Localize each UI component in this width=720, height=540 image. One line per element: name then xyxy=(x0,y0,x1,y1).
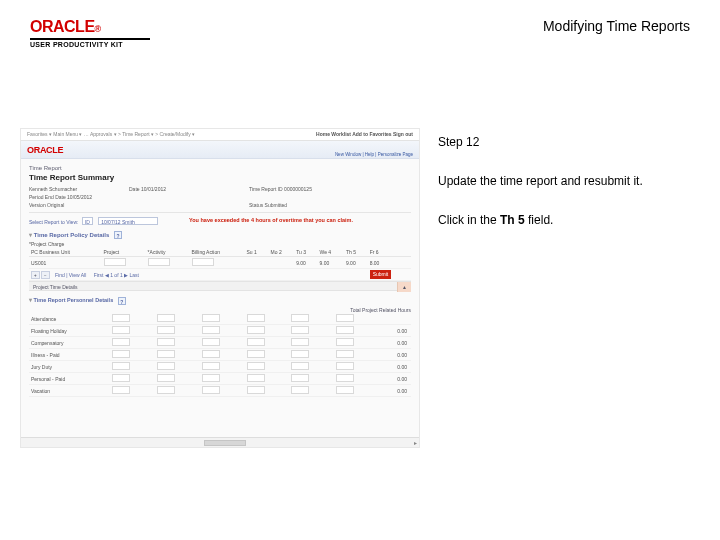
project-select[interactable] xyxy=(104,258,126,266)
project-charge-label: *Project Charge xyxy=(29,241,411,247)
cell-su1[interactable] xyxy=(244,257,268,269)
submit-button[interactable]: Submit xyxy=(370,270,392,279)
step-action: Click in the Th 5 field. xyxy=(438,212,690,229)
top-links: Home Worklist Add to Favorites Sign out xyxy=(316,131,413,137)
section-help-icon[interactable]: ? xyxy=(114,231,122,239)
activity-select[interactable] xyxy=(148,258,170,266)
personnel-cell[interactable] xyxy=(247,386,265,394)
step-action-prefix: Click in the xyxy=(438,213,500,227)
personnel-cell[interactable] xyxy=(157,326,175,334)
first-last-pager[interactable]: First ◀ 1 of 1 ▶ Last xyxy=(94,272,139,278)
cell-we4[interactable]: 9.00 xyxy=(318,257,344,269)
personnel-cell[interactable] xyxy=(202,374,220,382)
personnel-cell[interactable] xyxy=(247,362,265,370)
personnel-cell[interactable] xyxy=(291,338,309,346)
personnel-cell[interactable] xyxy=(336,386,354,394)
personnel-cell[interactable] xyxy=(202,386,220,394)
personnel-cell[interactable] xyxy=(157,386,175,394)
list-item: Jury Duty0.00 xyxy=(29,361,411,373)
personnel-cell[interactable] xyxy=(157,338,175,346)
step-action-target: Th 5 xyxy=(500,213,525,227)
personnel-cell[interactable] xyxy=(112,374,130,382)
add-row-button[interactable]: + xyxy=(31,271,40,279)
cell-fr6[interactable]: 8.00 xyxy=(368,257,411,269)
col-bu: PC Business Unit xyxy=(29,248,102,257)
personnel-cell[interactable] xyxy=(112,362,130,370)
page-title: Modifying Time Reports xyxy=(543,18,690,34)
personnel-cell[interactable] xyxy=(291,326,309,334)
select-report-desc-field[interactable]: 10/07/12 Smith xyxy=(98,217,158,225)
personnel-help-icon[interactable]: ? xyxy=(118,297,126,305)
details-header-row: PC Business Unit Project *Activity Billi… xyxy=(29,248,411,257)
personnel-cell[interactable] xyxy=(247,374,265,382)
list-item: Compensatory0.00 xyxy=(29,337,411,349)
personnel-details-heading: ▾ Time Report Personnel Details ? xyxy=(29,297,411,305)
personnel-cell[interactable] xyxy=(291,386,309,394)
personnel-cell[interactable] xyxy=(112,314,130,322)
personnel-cell[interactable] xyxy=(291,374,309,382)
scrollbar-right-arrow-icon[interactable]: ▸ xyxy=(414,439,417,446)
col-tu3: Tu 3 xyxy=(294,248,317,257)
personnel-cell[interactable] xyxy=(157,362,175,370)
col-fr6: Fr 6 xyxy=(368,248,411,257)
personnel-cell[interactable] xyxy=(202,314,220,322)
personnel-cell[interactable] xyxy=(112,338,130,346)
personnel-cell[interactable] xyxy=(336,326,354,334)
personnel-cell[interactable] xyxy=(202,338,220,346)
personnel-cell[interactable] xyxy=(291,350,309,358)
billing-select[interactable] xyxy=(192,258,214,266)
pref-links: New Window | Help | Personalize Page xyxy=(335,152,413,157)
meta-grid: Kenneth Schumacher Date 10/01/2012 Time … xyxy=(29,186,411,208)
personnel-cell[interactable] xyxy=(291,362,309,370)
body: Favorites ▾ Main Menu ▾ … Approvals ▾ > … xyxy=(20,128,700,480)
personnel-cell[interactable] xyxy=(247,326,265,334)
divider xyxy=(29,212,411,213)
list-item: Attendance xyxy=(29,313,411,325)
select-report-id-field[interactable]: ID xyxy=(82,217,93,225)
personnel-cell[interactable] xyxy=(157,350,175,358)
screenshot-content: Time Report Time Report Summary Kenneth … xyxy=(21,159,419,403)
step-action-suffix: field. xyxy=(525,213,554,227)
personnel-cell[interactable] xyxy=(202,362,220,370)
personnel-cell[interactable] xyxy=(247,314,265,322)
personnel-cell[interactable] xyxy=(336,362,354,370)
personnel-cell[interactable] xyxy=(247,338,265,346)
remove-row-button[interactable]: − xyxy=(41,271,50,279)
personnel-cell[interactable] xyxy=(336,338,354,346)
horizontal-scrollbar[interactable]: ▸ xyxy=(21,437,419,447)
header: ORACLE® USER PRODUCTIVITY KIT Modifying … xyxy=(30,18,690,56)
personnel-cell[interactable] xyxy=(112,350,130,358)
col-billing: Billing Action xyxy=(190,248,245,257)
personnel-cell[interactable] xyxy=(112,326,130,334)
cell-tu3[interactable]: 9.00 xyxy=(294,257,317,269)
personnel-cell[interactable] xyxy=(336,374,354,382)
instruction-panel: Step 12 Update the time report and resub… xyxy=(438,134,690,250)
meta-status: Status Submitted xyxy=(249,202,409,208)
col-mo2: Mo 2 xyxy=(269,248,295,257)
cell-mo2[interactable] xyxy=(269,257,295,269)
personnel-cell[interactable] xyxy=(202,350,220,358)
policy-details-heading: ▾ Time Report Policy Details ? xyxy=(29,231,411,239)
cell-bu: US001 xyxy=(29,257,102,269)
scrollbar-thumb[interactable] xyxy=(204,440,246,446)
band-up-arrow-icon[interactable]: ▲ xyxy=(397,282,411,292)
personnel-cell[interactable] xyxy=(112,386,130,394)
personnel-cell[interactable] xyxy=(336,350,354,358)
meta-trid: Time Report ID 0000000125 xyxy=(249,186,409,192)
project-time-details-label: Project Time Details xyxy=(33,284,77,290)
col-su1: Su 1 xyxy=(244,248,268,257)
personnel-cell[interactable] xyxy=(336,314,354,322)
heading-small: Time Report xyxy=(29,165,411,171)
personnel-cell[interactable] xyxy=(291,314,309,322)
col-project: Project xyxy=(102,248,146,257)
cell-th5[interactable]: 9.00 xyxy=(344,257,368,269)
personnel-cell[interactable] xyxy=(157,314,175,322)
personnel-cell[interactable] xyxy=(157,374,175,382)
col-th5: Th 5 xyxy=(344,248,368,257)
col-activity: *Activity xyxy=(146,248,190,257)
find-viewall[interactable]: Find | View All xyxy=(55,272,86,278)
details-data-row: US001 9.00 9.00 9.00 8.00 xyxy=(29,257,411,269)
personnel-cell[interactable] xyxy=(202,326,220,334)
list-item: Floating Holiday0.00 xyxy=(29,325,411,337)
personnel-cell[interactable] xyxy=(247,350,265,358)
